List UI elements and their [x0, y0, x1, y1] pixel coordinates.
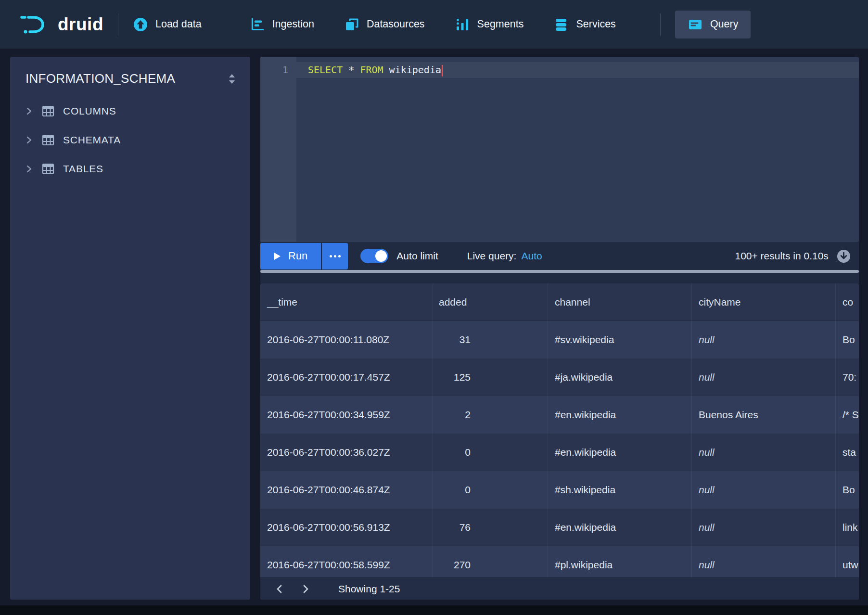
cell-cityname[interactable]: null [692, 471, 836, 509]
chevron-right-icon [301, 584, 310, 594]
column-header-channel[interactable]: channel [548, 283, 692, 321]
nav-query-active[interactable]: Query [675, 11, 751, 38]
schema-title: INFORMATION_SCHEMA [26, 71, 175, 86]
query-view: 1 SELECT * FROM wikipedia Run [260, 57, 859, 600]
nav-load-data[interactable]: Load data [133, 17, 202, 32]
sql-keyword: FROM [360, 64, 383, 76]
ellipsis-icon [330, 255, 332, 257]
cell-added[interactable]: 2 [433, 396, 548, 434]
live-query-label: Live query: [467, 250, 517, 262]
cell-added[interactable]: 31 [433, 321, 548, 359]
column-header-comment[interactable]: co [836, 283, 859, 321]
sidebar-item-tables[interactable]: TABLES [10, 154, 250, 183]
cell-added[interactable]: 0 [433, 471, 548, 509]
nav-item-label: Ingestion [272, 18, 314, 30]
cell-time[interactable]: 2016-06-27T00:00:36.027Z [260, 434, 433, 471]
table-icon [41, 133, 55, 147]
cell-comment[interactable]: Bo [836, 321, 859, 359]
table-row: 2016-06-27T00:00:17.457Z 125 #ja.wikiped… [260, 359, 859, 396]
query-console-icon [688, 17, 703, 32]
cell-time[interactable]: 2016-06-27T00:00:34.959Z [260, 396, 433, 434]
table-row: 2016-06-27T00:00:11.080Z 31 #sv.wikipedi… [260, 321, 859, 359]
bottom-strip [0, 605, 868, 615]
live-query-value[interactable]: Auto [521, 250, 542, 262]
results-count: 100+ results in 0.10s [735, 250, 828, 262]
sidebar-item-schemata[interactable]: SCHEMATA [10, 126, 250, 154]
cell-comment[interactable]: Bo [836, 471, 859, 509]
chevron-right-icon [25, 136, 33, 144]
cell-added[interactable]: 125 [433, 359, 548, 396]
sql-code[interactable]: SELECT * FROM wikipedia [296, 57, 859, 242]
next-page-button[interactable] [296, 582, 315, 596]
table-row: 2016-06-27T00:00:34.959Z 2 #en.wikipedia… [260, 396, 859, 434]
cell-comment[interactable]: /* S [836, 396, 859, 434]
sidebar-item-label: TABLES [63, 163, 103, 175]
sql-editor[interactable]: 1 SELECT * FROM wikipedia [260, 57, 859, 242]
sidebar-item-label: SCHEMATA [63, 134, 121, 146]
column-header-cityname[interactable]: cityName [692, 283, 836, 321]
cell-channel[interactable]: #en.wikipedia [548, 509, 692, 546]
toggle-knob [375, 250, 387, 262]
sql-star: * [348, 64, 354, 76]
pagination-status: Showing 1-25 [338, 583, 400, 595]
nav-services[interactable]: Services [553, 17, 615, 32]
ellipsis-icon [338, 255, 341, 257]
nav-item-label: Services [576, 18, 615, 30]
play-icon [274, 252, 281, 260]
cell-comment[interactable]: link [836, 509, 859, 546]
nav-segments[interactable]: Segments [455, 17, 524, 32]
text-cursor [442, 65, 443, 77]
run-more-options-button[interactable] [322, 243, 348, 269]
nav-item-label: Load data [155, 18, 202, 30]
table-icon [41, 104, 55, 118]
cell-cityname[interactable]: null [692, 434, 836, 471]
run-bar-section: Run Auto limit Live query: Auto 100+ res… [260, 242, 859, 283]
run-button[interactable]: Run [260, 243, 321, 269]
cell-cityname[interactable]: null [692, 509, 836, 546]
results-table-header: __time added channel cityName co [260, 283, 859, 321]
chevron-right-icon [25, 165, 33, 173]
cell-channel[interactable]: #en.wikipedia [548, 434, 692, 471]
column-header-time[interactable]: __time [260, 283, 433, 321]
druid-logo-icon [19, 13, 50, 36]
cell-added[interactable]: 0 [433, 434, 548, 471]
nav-ingestion[interactable]: Ingestion [250, 17, 314, 32]
auto-limit-label: Auto limit [396, 250, 438, 262]
column-header-added[interactable]: added [433, 283, 548, 321]
prev-page-button[interactable] [270, 582, 289, 596]
sidebar-item-columns[interactable]: COLUMNS [10, 97, 250, 126]
nav-item-label: Datasources [367, 18, 425, 30]
download-icon[interactable] [836, 249, 851, 264]
nav-datasources[interactable]: Datasources [344, 17, 425, 32]
table-row: 2016-06-27T00:00:46.874Z 0 #sh.wikipedia… [260, 471, 859, 509]
upload-icon [133, 17, 148, 32]
chevron-right-icon [25, 107, 33, 115]
cell-time[interactable]: 2016-06-27T00:00:11.080Z [260, 321, 433, 359]
auto-limit-toggle[interactable] [360, 249, 388, 263]
druid-logo[interactable]: druid [19, 13, 103, 36]
sql-table-name: wikipedia [389, 64, 441, 76]
brand-name: druid [58, 14, 103, 35]
table-row: 2016-06-27T00:00:36.027Z 0 #en.wikipedia… [260, 434, 859, 471]
cell-channel[interactable]: #en.wikipedia [548, 396, 692, 434]
cell-time[interactable]: 2016-06-27T00:00:56.913Z [260, 509, 433, 546]
cell-comment[interactable]: sta [836, 434, 859, 471]
services-database-icon [553, 17, 569, 32]
chevron-left-icon [275, 584, 284, 594]
cell-cityname[interactable]: null [692, 359, 836, 396]
cell-time[interactable]: 2016-06-27T00:00:46.874Z [260, 471, 433, 509]
results-table: __time added channel cityName co 2016-06… [260, 283, 859, 600]
run-bar: Run Auto limit Live query: Auto 100+ res… [260, 242, 859, 270]
cell-channel[interactable]: #ja.wikipedia [548, 359, 692, 396]
cell-cityname[interactable]: Buenos Aires [692, 396, 836, 434]
cell-added[interactable]: 76 [433, 509, 548, 546]
cell-time[interactable]: 2016-06-27T00:00:17.457Z [260, 359, 433, 396]
line-number: 1 [282, 64, 288, 76]
cell-channel[interactable]: #sv.wikipedia [548, 321, 692, 359]
cell-channel[interactable]: #sh.wikipedia [548, 471, 692, 509]
editor-gutter: 1 [260, 57, 296, 242]
schema-header: INFORMATION_SCHEMA [10, 57, 250, 97]
cell-cityname[interactable]: null [692, 321, 836, 359]
cell-comment[interactable]: 70: [836, 359, 859, 396]
sort-double-caret-icon[interactable] [226, 73, 238, 85]
